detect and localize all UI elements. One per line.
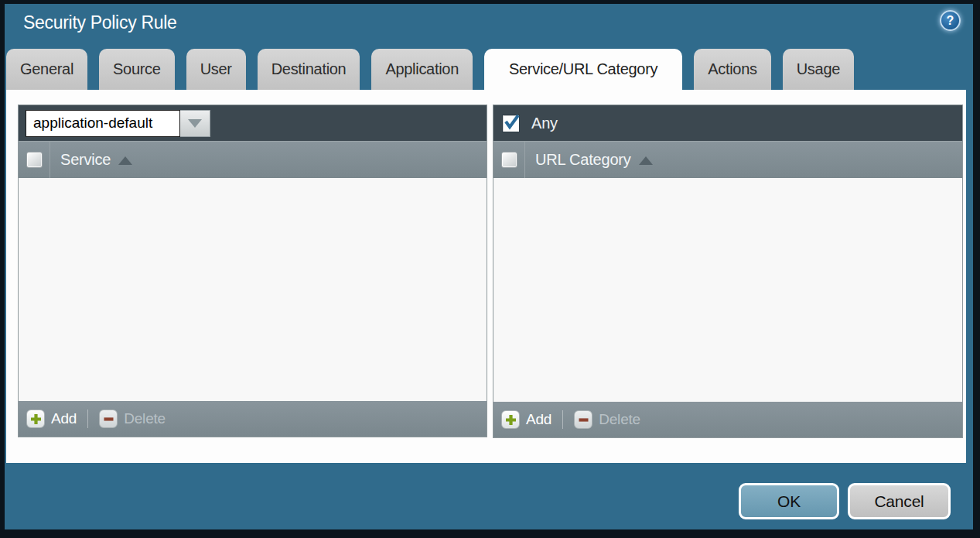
service-type-combo [26,110,210,137]
plus-icon [26,409,45,428]
chevron-down-icon [188,119,202,128]
add-button-label: Add [51,410,77,427]
sort-ascending-icon [639,156,653,165]
service-select-all-checkbox[interactable] [26,152,43,168]
service-panel: Service Add [18,105,487,437]
service-type-input[interactable] [26,110,180,137]
any-checkbox-label: Any [531,115,558,132]
plus-icon [501,410,520,429]
tab-general[interactable]: General [6,49,87,90]
footer-separator [562,410,563,429]
sort-ascending-icon [118,156,132,165]
tab-application[interactable]: Application [371,49,473,90]
ok-button[interactable]: OK [739,483,839,519]
service-table-body[interactable] [19,178,487,401]
tab-bar: General Source User Destination Applicat… [6,49,854,90]
service-add-button[interactable]: Add [26,409,77,428]
tab-usage[interactable]: Usage [783,49,854,90]
service-toolbar [19,105,487,141]
tab-source[interactable]: Source [99,49,175,90]
delete-button-label: Delete [124,410,166,427]
url-category-grid-header: URL Category [493,141,962,178]
url-category-column-label: URL Category [535,151,631,169]
add-button-label: Add [526,411,551,428]
url-category-table-body[interactable] [493,178,962,402]
any-checkbox[interactable] [502,115,520,132]
url-category-panel: Any URL Category [493,105,963,438]
url-category-select-all-checkbox[interactable] [501,152,517,168]
service-column-label: Service [60,151,111,169]
url-category-select-all-cell [493,141,525,178]
url-category-footer: Add Delete [493,402,962,437]
footer-separator [87,409,88,428]
service-type-dropdown-button[interactable] [180,110,210,137]
security-policy-rule-dialog: Security Policy Rule ? General Source Us… [0,0,980,538]
tab-user[interactable]: User [186,49,246,90]
service-delete-button[interactable]: Delete [99,409,166,428]
url-category-delete-button[interactable]: Delete [574,410,640,429]
dialog-surface: Security Policy Rule ? General Source Us… [5,4,973,529]
tab-service-url-category[interactable]: Service/URL Category [484,49,682,90]
url-category-column-header[interactable]: URL Category [525,141,653,178]
service-select-all-cell [19,141,50,178]
service-column-header[interactable]: Service [50,141,132,178]
page-title: Security Policy Rule [23,12,177,33]
service-grid-header: Service [19,141,487,178]
service-footer: Add Delete [19,401,487,437]
delete-button-label: Delete [599,411,640,428]
help-icon[interactable]: ? [940,10,961,31]
cancel-button[interactable]: Cancel [848,483,951,519]
tab-content: Service Add [6,90,966,463]
minus-icon [99,409,118,428]
url-category-toolbar: Any [493,105,962,141]
minus-icon [574,410,592,429]
tab-actions[interactable]: Actions [694,49,771,90]
tab-destination[interactable]: Destination [258,49,360,90]
url-category-add-button[interactable]: Add [501,410,551,429]
